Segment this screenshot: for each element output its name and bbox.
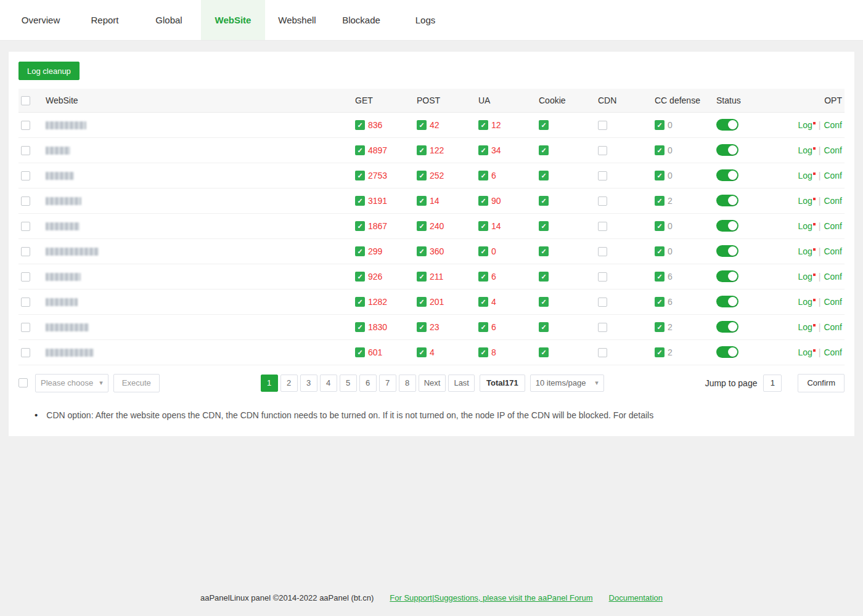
tab-logs[interactable]: Logs — [393, 0, 457, 40]
website-name-redacted[interactable] — [46, 172, 74, 180]
website-name-redacted[interactable] — [46, 197, 81, 205]
batch-action-select[interactable]: Please choose ▾ — [35, 374, 108, 392]
get-check-icon[interactable] — [355, 221, 365, 231]
cookie-check-icon[interactable] — [539, 297, 549, 307]
conf-link[interactable]: Conf — [824, 120, 842, 130]
page-button-5[interactable]: 5 — [340, 375, 357, 392]
status-toggle[interactable] — [716, 169, 738, 181]
ua-check-icon[interactable] — [478, 120, 488, 130]
page-button-4[interactable]: 4 — [320, 375, 337, 392]
cc-defense-check-icon[interactable] — [655, 171, 665, 180]
cc-defense-check-icon[interactable] — [655, 145, 665, 155]
cookie-check-icon[interactable] — [539, 322, 549, 332]
conf-link[interactable]: Conf — [824, 246, 842, 256]
row-checkbox[interactable] — [21, 146, 30, 155]
row-checkbox[interactable] — [21, 298, 30, 307]
cc-defense-check-icon[interactable] — [655, 120, 665, 130]
post-check-icon[interactable] — [417, 297, 427, 307]
get-check-icon[interactable] — [355, 347, 365, 357]
get-check-icon[interactable] — [355, 297, 365, 307]
status-toggle[interactable] — [716, 296, 738, 307]
ua-check-icon[interactable] — [478, 246, 488, 256]
log-link[interactable]: Log — [798, 297, 815, 307]
get-check-icon[interactable] — [355, 322, 365, 332]
status-toggle[interactable] — [716, 245, 738, 257]
page-button-8[interactable]: 8 — [399, 375, 416, 392]
next-page-button[interactable]: Next — [419, 375, 446, 392]
tab-blockade[interactable]: Blockade — [329, 0, 393, 40]
cookie-check-icon[interactable] — [539, 196, 549, 206]
row-checkbox[interactable] — [21, 323, 30, 332]
tab-webshell[interactable]: Webshell — [265, 0, 329, 40]
log-link[interactable]: Log — [798, 221, 815, 231]
log-link[interactable]: Log — [798, 347, 815, 357]
row-checkbox[interactable] — [21, 222, 30, 231]
get-check-icon[interactable] — [355, 145, 365, 155]
row-checkbox[interactable] — [21, 197, 30, 206]
cc-defense-check-icon[interactable] — [655, 322, 665, 332]
cookie-check-icon[interactable] — [539, 145, 549, 155]
website-name-redacted[interactable] — [46, 147, 70, 155]
ua-check-icon[interactable] — [478, 221, 488, 231]
page-button-1[interactable]: 1 — [261, 375, 278, 392]
post-check-icon[interactable] — [417, 145, 427, 155]
website-name-redacted[interactable] — [46, 248, 99, 256]
cc-defense-check-icon[interactable] — [655, 221, 665, 231]
cc-defense-check-icon[interactable] — [655, 347, 665, 357]
post-check-icon[interactable] — [417, 171, 427, 180]
website-name-redacted[interactable] — [46, 323, 89, 331]
jump-to-page-input[interactable] — [763, 375, 782, 392]
status-toggle[interactable] — [716, 270, 738, 282]
cdn-checkbox[interactable] — [598, 146, 607, 155]
ua-check-icon[interactable] — [478, 272, 488, 282]
row-checkbox[interactable] — [21, 272, 30, 282]
footer-forum-link[interactable]: For Support|Suggestions, please visit th… — [390, 593, 592, 602]
conf-link[interactable]: Conf — [824, 322, 842, 332]
ua-check-icon[interactable] — [478, 347, 488, 357]
cookie-check-icon[interactable] — [539, 120, 549, 130]
log-link[interactable]: Log — [798, 246, 815, 256]
website-name-redacted[interactable] — [46, 298, 78, 306]
post-check-icon[interactable] — [417, 221, 427, 231]
tab-global[interactable]: Global — [137, 0, 201, 40]
website-name-redacted[interactable] — [46, 121, 86, 129]
confirm-button[interactable]: Confirm — [798, 374, 845, 392]
status-toggle[interactable] — [716, 195, 738, 206]
log-link[interactable]: Log — [798, 145, 815, 155]
log-link[interactable]: Log — [798, 171, 815, 180]
get-check-icon[interactable] — [355, 196, 365, 206]
get-check-icon[interactable] — [355, 120, 365, 130]
tab-overview[interactable]: Overview — [9, 0, 73, 40]
log-link[interactable]: Log — [798, 272, 815, 282]
get-check-icon[interactable] — [355, 272, 365, 282]
tab-report[interactable]: Report — [73, 0, 137, 40]
cookie-check-icon[interactable] — [539, 246, 549, 256]
log-link[interactable]: Log — [798, 322, 815, 332]
status-toggle[interactable] — [716, 220, 738, 232]
page-button-2[interactable]: 2 — [280, 375, 298, 392]
cookie-check-icon[interactable] — [539, 347, 549, 357]
status-toggle[interactable] — [716, 321, 738, 333]
cdn-checkbox[interactable] — [598, 323, 607, 332]
cc-defense-check-icon[interactable] — [655, 196, 665, 206]
cdn-checkbox[interactable] — [598, 121, 607, 130]
post-check-icon[interactable] — [417, 120, 427, 130]
tab-website[interactable]: WebSite — [201, 0, 265, 40]
conf-link[interactable]: Conf — [824, 221, 842, 231]
cdn-checkbox[interactable] — [598, 171, 607, 180]
ua-check-icon[interactable] — [478, 145, 488, 155]
post-check-icon[interactable] — [417, 322, 427, 332]
status-toggle[interactable] — [716, 144, 738, 156]
cdn-checkbox[interactable] — [598, 348, 607, 357]
cookie-check-icon[interactable] — [539, 272, 549, 282]
cookie-check-icon[interactable] — [539, 171, 549, 180]
select-all-checkbox[interactable] — [21, 96, 30, 105]
ua-check-icon[interactable] — [478, 196, 488, 206]
post-check-icon[interactable] — [417, 196, 427, 206]
status-toggle[interactable] — [716, 346, 738, 358]
page-button-7[interactable]: 7 — [379, 375, 396, 392]
conf-link[interactable]: Conf — [824, 196, 842, 206]
log-cleanup-button[interactable]: Log cleanup — [18, 62, 80, 80]
cdn-checkbox[interactable] — [598, 247, 607, 256]
post-check-icon[interactable] — [417, 246, 427, 256]
